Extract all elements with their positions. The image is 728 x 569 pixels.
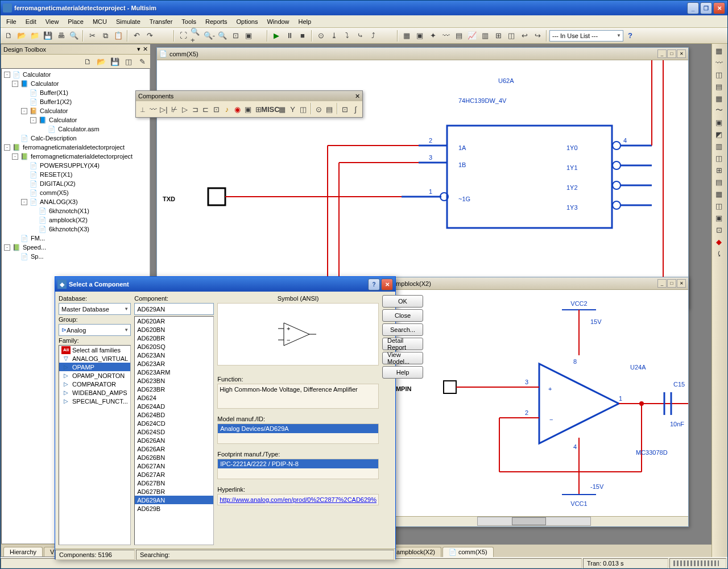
component-item[interactable]: AD627AN — [135, 462, 213, 470]
component-item[interactable]: AD627AR — [135, 470, 213, 479]
instr-ag-icon[interactable]: ▣ — [712, 212, 726, 223]
minimize-button[interactable]: _ — [687, 2, 699, 14]
subwin-amp-title[interactable]: 📄 ampblock(X2) _ □ ✕ — [380, 277, 688, 290]
db-icon[interactable]: ▦ — [400, 30, 413, 42]
place-analog-icon[interactable]: ▷ — [180, 103, 190, 115]
tree-node[interactable]: 📄Calculator.asm — [3, 124, 148, 134]
menu-simulate[interactable]: Simulate — [111, 17, 145, 26]
place-ttl-icon[interactable]: ⊐ — [191, 103, 201, 115]
postproc-icon[interactable]: ▤ — [453, 30, 465, 42]
subwin2-min-icon[interactable]: _ — [657, 279, 667, 288]
panel-close-icon[interactable]: ✕ — [143, 45, 148, 53]
family-item[interactable]: ▷COMPARATOR — [59, 380, 130, 388]
panel-dropdown-icon[interactable]: ▾ — [137, 45, 140, 53]
place-basic-icon[interactable]: 〰 — [148, 103, 159, 115]
dialog-help-icon[interactable]: ? — [368, 279, 380, 290]
component-item[interactable]: AD627BR — [135, 487, 213, 496]
component-item[interactable]: AD629AN — [135, 496, 213, 504]
wizard-icon[interactable]: ✦ — [427, 30, 439, 42]
close-button[interactable]: Close — [382, 309, 423, 322]
tree-node[interactable]: -📘Calculator — [3, 79, 148, 88]
zoom-in-icon[interactable]: 🔍+ — [190, 30, 202, 42]
component-item[interactable]: AD623AN — [135, 351, 213, 359]
ultiboard-icon[interactable]: ◫ — [505, 30, 518, 42]
menu-file[interactable]: File — [2, 17, 21, 26]
place-mixed-icon[interactable]: ♪ — [222, 103, 232, 115]
component-input[interactable] — [134, 303, 214, 315]
menu-window[interactable]: Window — [262, 17, 293, 26]
instr-probe-icon[interactable]: ⤹ — [712, 248, 726, 259]
family-item[interactable]: ▷OPAMP — [59, 363, 130, 371]
menu-tools[interactable]: Tools — [177, 17, 201, 26]
tree-node[interactable]: -📗ferromagneticmaterialdetectorproject — [3, 143, 148, 152]
component-item[interactable]: AD623AR — [135, 359, 213, 368]
subwin-close-icon[interactable]: ✕ — [677, 49, 686, 58]
tree-node[interactable]: -📗ferromagneticmaterialdetectorproject — [3, 152, 148, 161]
component-item[interactable]: AD624CD — [135, 419, 213, 427]
tree-node[interactable]: 📄Sp... — [3, 252, 148, 261]
step-into-icon[interactable]: ⤵ — [341, 30, 353, 42]
menu-transfer[interactable]: Transfer — [145, 17, 177, 26]
instr-da-icon[interactable]: ▤ — [712, 176, 726, 188]
elvis-icon[interactable]: ⊞ — [492, 30, 504, 42]
group-combo[interactable]: ⊳ Analog — [59, 324, 131, 336]
tree-node[interactable]: -📘Calculator — [3, 115, 148, 124]
help-button[interactable]: Help — [382, 366, 423, 379]
redo-icon[interactable]: ↷ — [143, 30, 156, 42]
back-annotate-icon[interactable]: ↩ — [518, 30, 531, 42]
instr-mm-icon[interactable]: ▦ — [712, 45, 726, 56]
stop-icon[interactable]: ■ — [296, 30, 309, 42]
place-rf-icon[interactable]: ▦ — [277, 103, 287, 115]
step-out-icon[interactable]: ⤴ — [367, 30, 379, 42]
tool-rename-icon[interactable]: ✎ — [136, 55, 148, 68]
family-item[interactable]: ▷SPECIAL_FUNCT... — [59, 397, 130, 405]
menu-help[interactable]: Help — [294, 17, 316, 26]
dialog-titlebar[interactable]: ◆ Select a Component ? ✕ — [55, 277, 395, 292]
undo-icon[interactable]: ↶ — [130, 30, 143, 42]
tree-node[interactable]: 📄POWERSUPPLY(X4) — [3, 161, 148, 170]
close-button[interactable]: ✕ — [713, 2, 725, 14]
instr-tk-icon[interactable]: ⊡ — [712, 224, 726, 235]
instr-lv-icon[interactable]: ◆ — [712, 236, 726, 247]
component-item[interactable]: AD629B — [135, 504, 213, 513]
place-bus-icon[interactable]: ∫ — [351, 103, 361, 115]
create-comp-icon[interactable]: ▣ — [413, 30, 426, 42]
menu-options[interactable]: Options — [232, 17, 263, 26]
instr-wg-icon[interactable]: ◩ — [712, 128, 726, 140]
tree-node[interactable]: -📄Calculator — [3, 70, 148, 79]
zoom-area-icon[interactable]: 🔍 — [216, 30, 229, 42]
workspace-tab-comm[interactable]: 📄 comm(X5) — [442, 547, 494, 557]
family-item[interactable]: ▷WIDEBAND_AMPS — [59, 388, 130, 397]
instr-fc-icon[interactable]: ▣ — [712, 117, 726, 128]
scrollbar-horizontal[interactable] — [477, 517, 591, 526]
instr-iv-icon[interactable]: ⊞ — [712, 164, 726, 176]
place-connector-icon[interactable]: ⊙ — [314, 103, 324, 115]
tree-node[interactable]: -📗Speed... — [3, 243, 148, 252]
tree-node[interactable]: 📄Buffer1(X2) — [3, 97, 148, 106]
tree-node[interactable]: 📄DIGITAL(X2) — [3, 179, 148, 188]
place-mcu-icon[interactable]: ▤ — [325, 103, 335, 115]
tree-node[interactable]: 📄FM... — [3, 234, 148, 243]
subwin-max-icon[interactable]: □ — [667, 49, 676, 58]
family-item[interactable]: ▽ANALOG_VIRTUAL — [59, 354, 130, 363]
menu-edit[interactable]: Edit — [21, 17, 41, 26]
zoom-fit-icon[interactable]: ⊡ — [229, 30, 242, 42]
ok-button[interactable]: OK — [382, 295, 423, 308]
menu-place[interactable]: Place — [63, 17, 88, 26]
view-model-button[interactable]: View Model... — [382, 352, 423, 364]
component-item[interactable]: AD627BN — [135, 479, 213, 487]
family-item[interactable]: ▷OPAMP_NORTON — [59, 371, 130, 380]
component-item[interactable]: AD626BN — [135, 453, 213, 462]
model-list[interactable]: Analog Devices/AD629A — [217, 423, 379, 444]
subwin2-close-icon[interactable]: ✕ — [677, 279, 686, 288]
instr-wm-icon[interactable]: ◫ — [712, 69, 726, 80]
fwd-annotate-icon[interactable]: ↪ — [531, 30, 544, 42]
tree-node[interactable]: 📄Buffer(X1) — [3, 88, 148, 97]
component-item[interactable]: AD624BD — [135, 410, 213, 419]
search-button[interactable]: Search... — [382, 323, 423, 336]
tool-new-icon[interactable]: 🗋 — [81, 55, 94, 68]
grapher-icon[interactable]: 📈 — [466, 30, 478, 42]
tool-open-icon[interactable]: 📂 — [95, 55, 107, 68]
breadboard-icon[interactable]: ▥ — [479, 30, 491, 42]
detail-report-button[interactable]: Detail Report — [382, 338, 423, 350]
